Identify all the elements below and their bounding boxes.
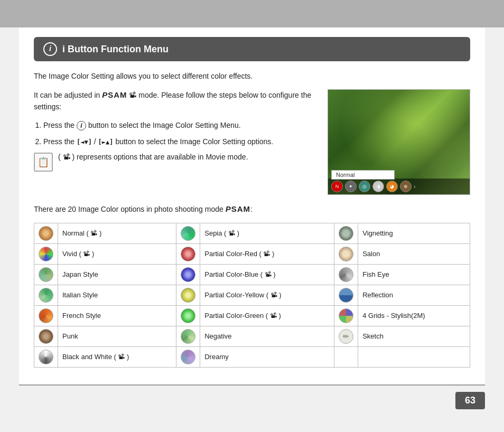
mode-count-text: There are 20 Image Color options in phot… [34,203,470,215]
camera-icon-5: ◕ [386,181,398,192]
table-row: French Style Partial Color-Green ( 📽 ) 4… [34,305,470,326]
icon-negative [181,329,195,344]
table-row: Italian Style Partial Color-Yellow ( 📽 )… [34,285,470,305]
movie-mode-icon: 📽 [129,91,136,99]
label-pcyellow: Partial Color-Yellow ( 📽 ) [200,285,334,305]
step-1: Press the i button to select the Image C… [43,120,315,131]
icon-cell [176,305,200,326]
icon-cell [176,285,200,305]
icon-cell [176,223,200,243]
label-pcblue: Partial Color-Blue ( 📽 ) [200,264,334,285]
icon-japan [39,267,53,282]
table-row: Normal ( 📽 ) Sepia ( 📽 ) Vignetting [34,223,470,243]
label-pcred: Partial Color-Red ( 📽 ) [200,243,334,264]
icon-bw [39,350,53,364]
icon-fisheye [339,267,353,282]
icon-pcred [181,247,195,261]
left-column: It can be adjusted in PSAM 📽 mode. Pleas… [34,89,315,195]
left-button-label: [◄▼] [77,138,92,146]
icon-pcblue [181,267,195,282]
divider-line [19,384,485,386]
more-indicator: › [414,184,415,190]
label-japan: Japan Style [58,264,176,285]
camera-icon-2: ✦ [345,181,357,192]
label-empty [358,346,470,367]
camera-preview-image: N ✦ ◎ ◑ ◕ ⊛ › Normal [328,89,470,195]
bottom-bar: 63 [0,388,504,414]
label-dreamy: Dreamy [200,346,334,367]
section-header: i Button Function Menu [34,37,470,61]
note-icon: 📋 [34,153,53,172]
psam-label: PSAM [102,91,127,99]
label-vignetting: Vignetting [358,223,470,243]
label-pcgreen: Partial Color-Green ( 📽 ) [200,305,334,326]
steps-list: Press the i button to select the Image C… [43,120,315,147]
label-normal: Normal ( 📽 ) [58,223,176,243]
top-bar [0,0,504,27]
icon-cell [176,264,200,285]
note-text: ( 📽 ) represents options that are availa… [58,153,248,161]
icon-cell [34,223,58,243]
icon-cell [34,243,58,264]
intro-line1: The Image Color Setting allows you to se… [34,71,470,82]
camera-icon-6: ⊛ [400,181,412,192]
icon-cell [34,264,58,285]
icon-cell [176,346,200,367]
icon-sketch: ✏ [339,329,353,344]
icon-cell [334,223,358,243]
label-french: French Style [58,305,176,326]
icon-cell [34,346,58,367]
icon-french [39,308,53,323]
camera-icon-normal: N [331,181,343,192]
icon-cell [34,305,58,326]
step-2: Press the [◄▼] / [►▲] button to select t… [43,136,315,147]
label-sepia: Sepia ( 📽 ) [200,223,334,243]
icon-cell [176,243,200,264]
label-salon: Salon [358,243,470,264]
label-italian: Italian Style [58,285,176,305]
camera-icon-3: ◎ [359,181,370,192]
color-options-table: Normal ( 📽 ) Sepia ( 📽 ) Vignetting Vivi… [34,223,470,368]
page-number: 63 [455,392,485,409]
icon-vivid [39,247,53,261]
label-bw: Black and White ( 📽 ) [58,346,176,367]
right-button-label: [►▲] [98,138,114,146]
table-row: Japan Style Partial Color-Blue ( 📽 ) Fis… [34,264,470,285]
intro-line2: It can be adjusted in PSAM 📽 mode. Pleas… [34,89,315,112]
label-sketch: Sketch [358,326,470,346]
icon-salon [339,247,353,261]
icon-cell [334,243,358,264]
icon-sepia [181,226,195,241]
table-row: Vivid ( 📽 ) Partial Color-Red ( 📽 ) Salo… [34,243,470,264]
icon-cell [334,264,358,285]
icon-pcgreen [181,308,195,323]
icon-cell [34,285,58,305]
icon-punk [39,329,53,344]
icon-italian [39,288,53,303]
camera-ui-bar: N ✦ ◎ ◑ ◕ ⊛ › [328,179,470,194]
label-reflection: Reflection [358,285,470,305]
table-row: Black and White ( 📽 ) Dreamy [34,346,470,367]
right-column: N ✦ ◎ ◑ ◕ ⊛ › Normal [328,89,470,195]
label-vivid: Vivid ( 📽 ) [58,243,176,264]
icon-cell [176,326,200,346]
label-4grids: 4 Grids - Stylish(2M) [358,305,470,326]
icon-pcyellow [181,288,195,303]
label-fisheye: Fish Eye [358,264,470,285]
icon-4grids [339,308,353,323]
icon-cell-empty [334,346,358,367]
movie-icon-inline: 📽 [63,153,70,161]
icon-cell [34,326,58,346]
i-button-icon: i [77,121,86,130]
icon-cell [334,305,358,326]
table-row: Punk Negative ✏ Sketch [34,326,470,346]
two-col-layout: It can be adjusted in PSAM 📽 mode. Pleas… [34,89,470,195]
main-content: i Button Function Menu The Image Color S… [19,27,485,384]
icon-vignetting [339,226,353,241]
icon-normal [39,226,53,241]
icon-dreamy [181,350,195,364]
icon-cell [334,285,358,305]
icon-cell: ✏ [334,326,358,346]
icon-reflection [339,288,353,303]
camera-icon-4: ◑ [372,181,384,192]
